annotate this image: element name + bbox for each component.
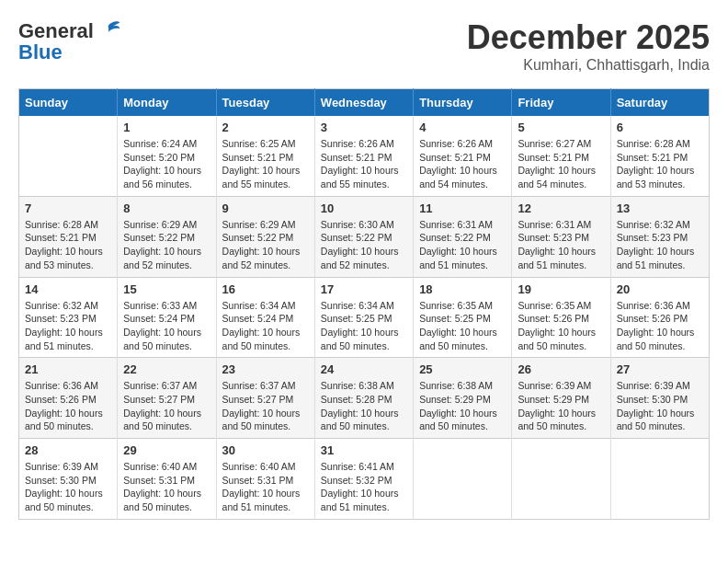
day-info: Sunrise: 6:39 AM Sunset: 5:29 PM Dayligh…	[518, 379, 604, 433]
calendar-cell: 27Sunrise: 6:39 AM Sunset: 5:30 PM Dayli…	[610, 358, 709, 439]
calendar-cell: 7Sunrise: 6:28 AM Sunset: 5:21 PM Daylig…	[19, 196, 118, 277]
day-number: 21	[25, 362, 111, 376]
day-number: 23	[222, 362, 309, 376]
day-info: Sunrise: 6:40 AM Sunset: 5:31 PM Dayligh…	[123, 460, 210, 514]
day-number: 28	[25, 443, 111, 457]
calendar-cell: 13Sunrise: 6:32 AM Sunset: 5:23 PM Dayli…	[610, 196, 709, 277]
day-number: 6	[617, 121, 703, 134]
calendar-cell: 15Sunrise: 6:33 AM Sunset: 5:24 PM Dayli…	[118, 277, 216, 358]
day-info: Sunrise: 6:32 AM Sunset: 5:23 PM Dayligh…	[25, 299, 111, 353]
day-number: 3	[321, 121, 407, 134]
day-info: Sunrise: 6:35 AM Sunset: 5:26 PM Dayligh…	[518, 299, 604, 353]
calendar-table: SundayMondayTuesdayWednesdayThursdayFrid…	[18, 88, 710, 520]
weekday-header: Saturday	[610, 89, 709, 117]
day-info: Sunrise: 6:38 AM Sunset: 5:28 PM Dayligh…	[321, 379, 407, 433]
weekday-header: Sunday	[19, 89, 118, 117]
day-number: 27	[617, 362, 703, 376]
day-info: Sunrise: 6:32 AM Sunset: 5:23 PM Dayligh…	[617, 218, 703, 272]
calendar-cell: 31Sunrise: 6:41 AM Sunset: 5:32 PM Dayli…	[314, 439, 413, 520]
day-number: 13	[617, 201, 703, 215]
day-number: 10	[321, 201, 407, 215]
day-info: Sunrise: 6:26 AM Sunset: 5:21 PM Dayligh…	[321, 137, 407, 191]
calendar-cell	[414, 439, 512, 520]
day-number: 7	[25, 201, 111, 215]
calendar-cell: 28Sunrise: 6:39 AM Sunset: 5:30 PM Dayli…	[19, 439, 118, 520]
day-info: Sunrise: 6:28 AM Sunset: 5:21 PM Dayligh…	[25, 218, 111, 272]
day-info: Sunrise: 6:39 AM Sunset: 5:30 PM Dayligh…	[617, 379, 703, 433]
month-title: December 2025	[467, 18, 710, 57]
calendar-cell: 30Sunrise: 6:40 AM Sunset: 5:31 PM Dayli…	[216, 439, 314, 520]
day-number: 30	[222, 443, 309, 457]
day-number: 2	[222, 121, 309, 134]
calendar-cell	[19, 116, 118, 196]
day-info: Sunrise: 6:36 AM Sunset: 5:26 PM Dayligh…	[25, 379, 111, 433]
weekday-header: Wednesday	[314, 89, 413, 117]
calendar-cell: 21Sunrise: 6:36 AM Sunset: 5:26 PM Dayli…	[19, 358, 118, 439]
weekday-header: Tuesday	[216, 89, 314, 117]
day-info: Sunrise: 6:38 AM Sunset: 5:29 PM Dayligh…	[419, 379, 506, 433]
day-number: 26	[518, 362, 604, 376]
day-number: 31	[321, 443, 407, 457]
day-info: Sunrise: 6:34 AM Sunset: 5:24 PM Dayligh…	[222, 299, 309, 353]
day-number: 19	[518, 282, 604, 296]
day-number: 11	[419, 201, 506, 215]
day-number: 17	[321, 282, 407, 296]
day-number: 25	[419, 362, 506, 376]
calendar-cell: 25Sunrise: 6:38 AM Sunset: 5:29 PM Dayli…	[414, 358, 512, 439]
logo: General Blue	[18, 18, 121, 64]
day-info: Sunrise: 6:37 AM Sunset: 5:27 PM Dayligh…	[123, 379, 210, 433]
day-info: Sunrise: 6:35 AM Sunset: 5:25 PM Dayligh…	[419, 299, 506, 353]
calendar-cell: 9Sunrise: 6:29 AM Sunset: 5:22 PM Daylig…	[216, 196, 314, 277]
day-info: Sunrise: 6:31 AM Sunset: 5:23 PM Dayligh…	[518, 218, 604, 272]
day-info: Sunrise: 6:37 AM Sunset: 5:27 PM Dayligh…	[222, 379, 309, 433]
calendar-cell: 5Sunrise: 6:27 AM Sunset: 5:21 PM Daylig…	[512, 116, 610, 196]
calendar-week-row: 7Sunrise: 6:28 AM Sunset: 5:21 PM Daylig…	[19, 196, 710, 277]
calendar-cell: 8Sunrise: 6:29 AM Sunset: 5:22 PM Daylig…	[118, 196, 216, 277]
day-number: 18	[419, 282, 506, 296]
calendar-week-row: 21Sunrise: 6:36 AM Sunset: 5:26 PM Dayli…	[19, 358, 710, 439]
calendar-week-row: 1Sunrise: 6:24 AM Sunset: 5:20 PM Daylig…	[19, 116, 710, 196]
day-info: Sunrise: 6:28 AM Sunset: 5:21 PM Dayligh…	[617, 137, 703, 191]
calendar-cell: 2Sunrise: 6:25 AM Sunset: 5:21 PM Daylig…	[216, 116, 314, 196]
calendar-cell	[610, 439, 709, 520]
weekday-header: Monday	[118, 89, 216, 117]
day-info: Sunrise: 6:30 AM Sunset: 5:22 PM Dayligh…	[321, 218, 407, 272]
day-number: 12	[518, 201, 604, 215]
day-info: Sunrise: 6:27 AM Sunset: 5:21 PM Dayligh…	[518, 137, 604, 191]
calendar-cell: 18Sunrise: 6:35 AM Sunset: 5:25 PM Dayli…	[414, 277, 512, 358]
calendar-cell: 14Sunrise: 6:32 AM Sunset: 5:23 PM Dayli…	[19, 277, 118, 358]
calendar-cell: 26Sunrise: 6:39 AM Sunset: 5:29 PM Dayli…	[512, 358, 610, 439]
calendar-cell: 3Sunrise: 6:26 AM Sunset: 5:21 PM Daylig…	[314, 116, 413, 196]
day-number: 14	[25, 282, 111, 296]
day-info: Sunrise: 6:36 AM Sunset: 5:26 PM Dayligh…	[617, 299, 703, 353]
page-header: General Blue December 2025 Kumhari, Chha…	[18, 18, 710, 74]
calendar-cell: 22Sunrise: 6:37 AM Sunset: 5:27 PM Dayli…	[118, 358, 216, 439]
calendar-cell: 12Sunrise: 6:31 AM Sunset: 5:23 PM Dayli…	[512, 196, 610, 277]
day-info: Sunrise: 6:29 AM Sunset: 5:22 PM Dayligh…	[222, 218, 309, 272]
day-info: Sunrise: 6:24 AM Sunset: 5:20 PM Dayligh…	[123, 137, 210, 191]
logo-bird-icon	[96, 18, 121, 44]
day-number: 24	[321, 362, 407, 376]
day-info: Sunrise: 6:31 AM Sunset: 5:22 PM Dayligh…	[419, 218, 506, 272]
location-subtitle: Kumhari, Chhattisgarh, India	[467, 57, 710, 74]
day-info: Sunrise: 6:40 AM Sunset: 5:31 PM Dayligh…	[222, 460, 309, 514]
day-number: 5	[518, 121, 604, 134]
day-info: Sunrise: 6:34 AM Sunset: 5:25 PM Dayligh…	[321, 299, 407, 353]
calendar-cell: 20Sunrise: 6:36 AM Sunset: 5:26 PM Dayli…	[610, 277, 709, 358]
title-block: December 2025 Kumhari, Chhattisgarh, Ind…	[467, 18, 710, 74]
calendar-cell: 24Sunrise: 6:38 AM Sunset: 5:28 PM Dayli…	[314, 358, 413, 439]
calendar-cell: 11Sunrise: 6:31 AM Sunset: 5:22 PM Dayli…	[414, 196, 512, 277]
calendar-cell	[512, 439, 610, 520]
calendar-week-row: 14Sunrise: 6:32 AM Sunset: 5:23 PM Dayli…	[19, 277, 710, 358]
calendar-week-row: 28Sunrise: 6:39 AM Sunset: 5:30 PM Dayli…	[19, 439, 710, 520]
calendar-cell: 4Sunrise: 6:26 AM Sunset: 5:21 PM Daylig…	[414, 116, 512, 196]
day-info: Sunrise: 6:33 AM Sunset: 5:24 PM Dayligh…	[123, 299, 210, 353]
weekday-header: Thursday	[414, 89, 512, 117]
day-number: 1	[123, 121, 210, 134]
day-number: 9	[222, 201, 309, 215]
calendar-cell: 23Sunrise: 6:37 AM Sunset: 5:27 PM Dayli…	[216, 358, 314, 439]
day-info: Sunrise: 6:29 AM Sunset: 5:22 PM Dayligh…	[123, 218, 210, 272]
calendar-cell: 16Sunrise: 6:34 AM Sunset: 5:24 PM Dayli…	[216, 277, 314, 358]
weekday-header: Friday	[512, 89, 610, 117]
day-number: 29	[123, 443, 210, 457]
